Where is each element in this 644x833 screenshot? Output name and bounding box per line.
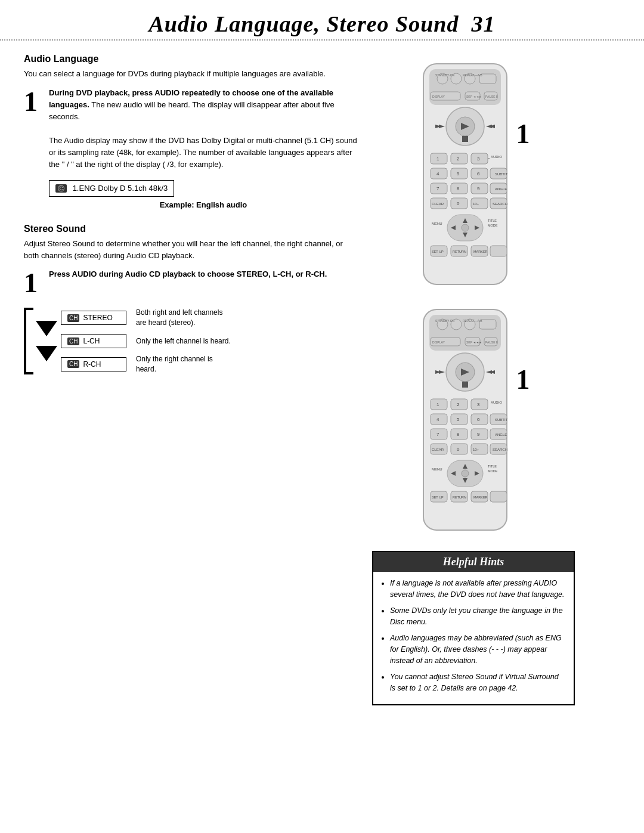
rch-label: R-CH	[83, 360, 101, 368]
svg-text:5: 5	[457, 417, 460, 422]
display-box-label: Example: English audio	[49, 200, 358, 209]
svg-text:STANDBY·ON: STANDBY·ON	[435, 73, 455, 77]
svg-text:3: 3	[477, 402, 480, 407]
right-column: STANDBY·ON REPEAT—A·B DISPLAY SKP ◄◄► PA…	[372, 54, 575, 705]
stereo-step1-number: 1	[24, 268, 43, 297]
svg-text:AUDIO: AUDIO	[491, 155, 502, 159]
bracket-arrows	[24, 308, 57, 374]
svg-text:8: 8	[457, 432, 460, 437]
svg-text:2: 2	[457, 156, 460, 162]
svg-text:7: 7	[436, 432, 439, 437]
svg-point-59	[462, 224, 469, 231]
page-title-bar: Audio Language, Stereo Sound 31	[0, 0, 644, 41]
svg-text:RETURN: RETURN	[453, 250, 466, 253]
svg-text:MARKER: MARKER	[473, 496, 488, 499]
svg-text:8: 8	[457, 186, 460, 191]
rch-icon: CH	[67, 360, 79, 368]
svg-text:AUDIO: AUDIO	[491, 401, 502, 404]
svg-text:CLEAR: CLEAR	[432, 202, 444, 206]
svg-text:SKP ◄◄►: SKP ◄◄►	[466, 340, 482, 344]
left-bracket	[24, 308, 33, 374]
audio-language-step1: 1 During DVD playback, press AUDIO repea…	[24, 87, 358, 171]
stereo-label: STEREO	[83, 314, 112, 322]
svg-text:9: 9	[477, 432, 480, 437]
stereo-sound-section: Stereo Sound Adjust Stereo Sound to dete…	[24, 224, 358, 374]
step1-text: The new audio will be heard. The display…	[49, 100, 335, 121]
svg-text:ANGLE: ANGLE	[495, 433, 507, 436]
remote-top-wrapper: STANDBY·ON REPEAT—A·B DISPLAY SKP ◄◄► PA…	[417, 61, 530, 287]
svg-rect-135	[490, 491, 507, 502]
svg-text:STANDBY·ON: STANDBY·ON	[435, 319, 455, 323]
svg-text:7: 7	[436, 186, 439, 191]
svg-text:3: 3	[477, 156, 480, 162]
svg-text:MODE: MODE	[488, 469, 498, 473]
stereo-sound-intro: Adjust Stereo Sound to determine whether…	[24, 238, 358, 261]
svg-text:DISPLAY: DISPLAY	[432, 95, 445, 98]
svg-text:1: 1	[436, 402, 439, 407]
stereo-display: CH STEREO	[61, 311, 126, 325]
svg-text:TITLE: TITLE	[488, 219, 497, 222]
remote-bottom-svg: STANDBY·ON REPEAT—A·B DISPLAY SKP ◄◄► PA…	[417, 306, 513, 533]
stereo-icon: CH	[67, 314, 79, 322]
display-box: Ⓒ 1.ENG Dolby D 5.1ch 48k/3	[49, 180, 174, 197]
svg-text:6: 6	[477, 171, 480, 176]
svg-text:5: 5	[457, 171, 460, 176]
stereo-step1-content: Press AUDIO during Audio CD playback to …	[49, 268, 327, 297]
svg-text:RETURN: RETURN	[453, 496, 466, 499]
svg-text:9: 9	[477, 186, 480, 191]
helpful-hints-title: Helpful Hints	[373, 552, 574, 572]
svg-text:MENU: MENU	[432, 222, 442, 225]
svg-text:MODE: MODE	[488, 224, 498, 227]
dolby-icon: Ⓒ	[55, 184, 67, 193]
remote-top-svg: STANDBY·ON REPEAT—A·B DISPLAY SKP ◄◄► PA…	[417, 61, 513, 287]
svg-text:10+: 10+	[473, 202, 479, 206]
svg-text:4: 4	[436, 171, 439, 176]
main-layout: Audio Language You can select a language…	[0, 41, 644, 717]
arrows-col	[36, 308, 57, 374]
svg-text:SEARCH: SEARCH	[493, 202, 507, 206]
channel-rch: CH R-CH Only the right channel is heard.	[61, 354, 231, 374]
hint-4: You cannot adjust Stereo Sound if Virtua…	[390, 671, 565, 695]
remote-bottom-number: 1	[516, 366, 530, 394]
display-box-wrapper: Ⓒ 1.ENG Dolby D 5.1ch 48k/3 Example: Eng…	[49, 180, 358, 209]
lch-label: L-CH	[83, 337, 100, 345]
svg-text:SUBTIT: SUBTIT	[495, 172, 508, 176]
remote-top-number: 1	[516, 120, 530, 148]
step1-content: During DVD playback, press AUDIO repeate…	[49, 87, 358, 171]
channel-stereo: CH STEREO Both right and left channels a…	[61, 308, 231, 328]
lch-icon: CH	[67, 337, 79, 345]
arrow-down-1	[36, 321, 57, 336]
svg-text:0: 0	[457, 201, 460, 206]
svg-text:SUBTIT: SUBTIT	[495, 418, 508, 422]
step1-extra: The Audio display may show if the DVD ha…	[49, 135, 358, 171]
svg-rect-91	[462, 382, 468, 388]
svg-text:REPEAT—A·B: REPEAT—A·B	[463, 73, 482, 77]
svg-text:SEARCH: SEARCH	[493, 448, 507, 451]
stereo-sound-title: Stereo Sound	[24, 224, 358, 234]
channels-grid: CH STEREO Both right and left channels a…	[24, 308, 358, 374]
display-text: 1.ENG Dolby D 5.1ch 48k/3	[73, 184, 168, 193]
arrow-down-2	[36, 346, 57, 361]
lch-description: Only the left channel is heard.	[136, 336, 231, 346]
svg-text:PAUSE II: PAUSE II	[485, 340, 498, 344]
audio-language-title: Audio Language	[24, 54, 358, 64]
svg-text:TITLE: TITLE	[488, 465, 497, 468]
lch-display: CH L-CH	[61, 334, 126, 348]
svg-text:PAUSE II: PAUSE II	[485, 95, 498, 98]
left-column: Audio Language You can select a language…	[24, 54, 358, 705]
svg-text:MARKER: MARKER	[473, 250, 488, 253]
audio-language-section: Audio Language You can select a language…	[24, 54, 358, 209]
svg-text:MENU: MENU	[432, 467, 442, 471]
svg-rect-66	[490, 246, 507, 256]
rch-display: CH R-CH	[61, 357, 126, 371]
svg-text:ANGLE: ANGLE	[495, 187, 507, 191]
svg-text:SKP ◄◄►: SKP ◄◄►	[466, 95, 482, 98]
remote-bottom-wrapper: STANDBY·ON REPEAT—A·B DISPLAY SKP ◄◄► PA…	[417, 306, 530, 533]
hint-2: Some DVDs only let you change the langua…	[390, 605, 565, 628]
helpful-hints-box: Helpful Hints If a language is not avail…	[372, 551, 575, 705]
stereo-description: Both right and left channels are heard (…	[136, 308, 231, 328]
step1-number: 1	[24, 87, 43, 171]
audio-language-intro: You can select a language for DVDs durin…	[24, 68, 358, 80]
channel-boxes: CH STEREO Both right and left channels a…	[61, 308, 231, 374]
svg-text:DISPLAY: DISPLAY	[432, 340, 445, 344]
